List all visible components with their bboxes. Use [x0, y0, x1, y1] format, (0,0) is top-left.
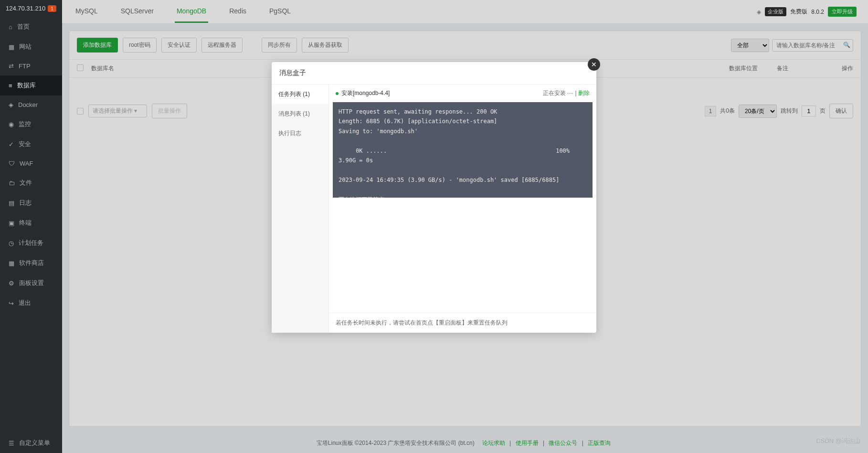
modal-tab-messages[interactable]: 消息列表 (1) — [272, 104, 328, 124]
task-name: 安装[mongodb-4.4] — [341, 89, 390, 97]
modal-content: 安装[mongodb-4.4] 正在安装 ···· | 删除 HTTP requ… — [329, 84, 596, 333]
task-status: 正在安装 ···· — [543, 90, 574, 96]
console-output[interactable]: HTTP request sent, awaiting response... … — [333, 102, 593, 198]
task-header: 安装[mongodb-4.4] 正在安装 ···· | 删除 — [329, 84, 596, 102]
status-dot-icon — [336, 92, 339, 95]
modal-overlay: ✕ 消息盒子 任务列表 (1) 消息列表 (1) 执行日志 安装[mongodb… — [0, 0, 868, 453]
modal-tab-logs[interactable]: 执行日志 — [272, 124, 328, 143]
modal-close-button[interactable]: ✕ — [588, 58, 600, 71]
modal-sidebar: 任务列表 (1) 消息列表 (1) 执行日志 — [272, 84, 329, 333]
modal-footer-text: 若任务长时间未执行，请尝试在首页点【重启面板】来重置任务队列 — [329, 313, 596, 333]
message-box-modal: ✕ 消息盒子 任务列表 (1) 消息列表 (1) 执行日志 安装[mongodb… — [272, 62, 596, 333]
modal-title: 消息盒子 — [272, 62, 596, 84]
task-delete-link[interactable]: 删除 — [578, 90, 590, 96]
modal-tab-tasks[interactable]: 任务列表 (1) — [272, 84, 328, 104]
